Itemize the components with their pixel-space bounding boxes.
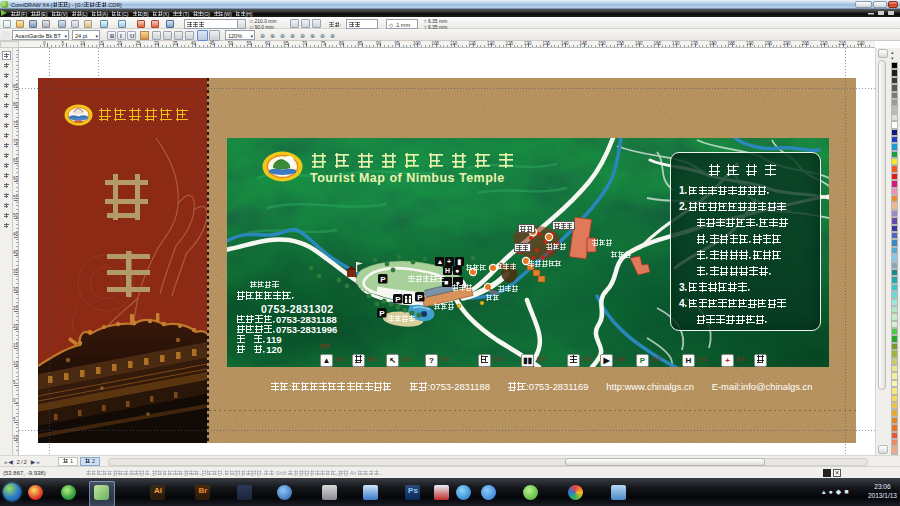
svg-text:●: ● xyxy=(455,267,459,274)
svg-text:P: P xyxy=(379,309,385,318)
svg-text:▮: ▮ xyxy=(458,258,462,266)
svg-text:P: P xyxy=(395,295,401,304)
svg-text:P: P xyxy=(380,275,386,284)
svg-text:+: + xyxy=(447,258,451,265)
svg-text:H: H xyxy=(445,267,450,274)
svg-text:P: P xyxy=(417,293,423,302)
svg-text:■: ■ xyxy=(444,279,448,286)
svg-text:▲: ▲ xyxy=(437,258,444,265)
